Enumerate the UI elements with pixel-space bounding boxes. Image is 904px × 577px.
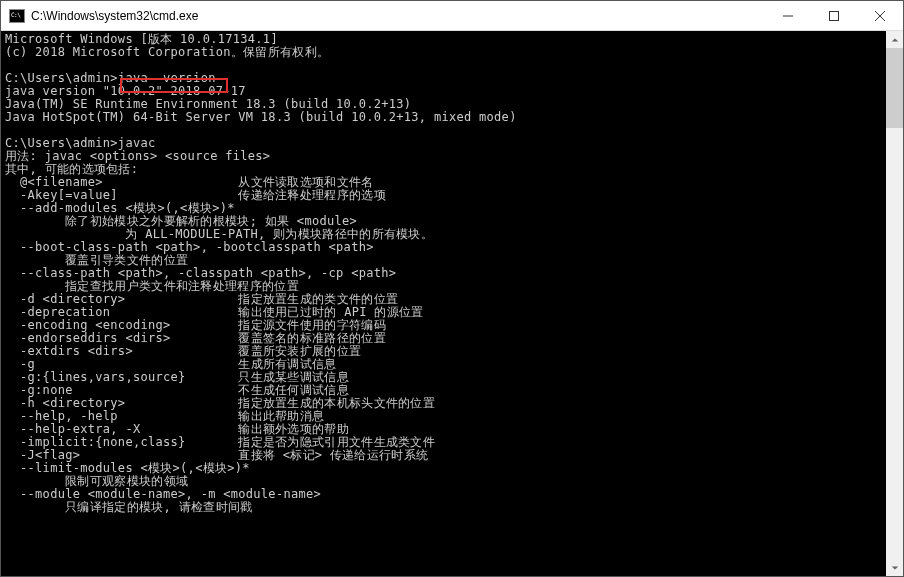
terminal-output[interactable]: Microsoft Windows [版本 10.0.17134.1] (c) …	[1, 31, 886, 576]
scroll-up-button[interactable]	[886, 31, 903, 48]
window-controls	[765, 1, 903, 30]
minimize-button[interactable]	[765, 1, 811, 30]
close-button[interactable]	[857, 1, 903, 30]
window-title: C:\Windows\system32\cmd.exe	[31, 9, 765, 23]
svg-rect-1	[830, 11, 839, 20]
terminal-area: Microsoft Windows [版本 10.0.17134.1] (c) …	[1, 31, 903, 576]
maximize-button[interactable]	[811, 1, 857, 30]
vertical-scrollbar[interactable]	[886, 31, 903, 576]
scroll-down-button[interactable]	[886, 559, 903, 576]
cmd-icon	[9, 9, 25, 23]
window-titlebar: C:\Windows\system32\cmd.exe	[1, 1, 903, 31]
scroll-thumb[interactable]	[886, 48, 903, 128]
